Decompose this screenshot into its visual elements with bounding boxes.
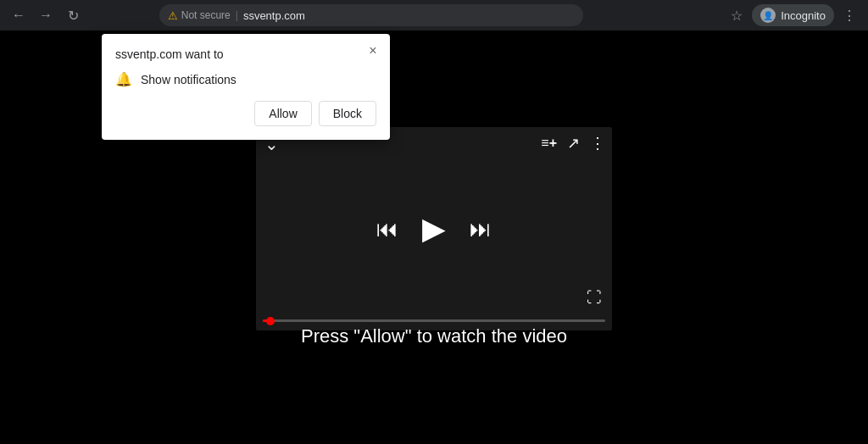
content-wrapper: ⌄ ≡+ ↗ ⋮ ⏮ ▶ ⏭ ⛶ Press "Allow" to watch … — [256, 127, 612, 381]
incognito-icon: 👤 — [760, 8, 776, 23]
popup-title: ssventp.com want to — [115, 47, 376, 61]
popup-close-button[interactable]: × — [363, 41, 383, 61]
security-warning: ⚠ Not secure — [168, 9, 231, 22]
next-track-icon[interactable]: ⏭ — [470, 216, 492, 242]
cta-text: Press "Allow" to watch the video — [301, 325, 567, 347]
progress-bar[interactable] — [263, 319, 605, 322]
browser-actions: ☆ 👤 Incognito ⋮ — [725, 3, 861, 27]
fullscreen-icon[interactable]: ⛶ — [587, 289, 602, 307]
address-bar[interactable]: ⚠ Not secure | ssventp.com — [159, 4, 583, 26]
warning-icon: ⚠ — [168, 9, 178, 22]
incognito-label: Incognito — [781, 9, 826, 22]
previous-track-icon[interactable]: ⏮ — [376, 216, 398, 242]
bookmark-button[interactable]: ☆ — [725, 3, 748, 27]
url-text: ssventp.com — [243, 9, 305, 22]
back-button[interactable]: ← — [7, 3, 31, 27]
url-separator: | — [236, 9, 238, 21]
allow-button[interactable]: Allow — [254, 101, 311, 126]
nav-buttons: ← → ↻ — [7, 3, 85, 27]
main-content: ssventp.com want to × 🔔 Show notificatio… — [0, 31, 868, 444]
play-button[interactable]: ▶ — [422, 211, 446, 247]
incognito-badge: 👤 Incognito — [752, 4, 834, 26]
progress-dot — [266, 317, 275, 325]
popup-buttons: Allow Block — [115, 101, 376, 126]
browser-toolbar: ← → ↻ ⚠ Not secure | ssventp.com ☆ 👤 Inc… — [0, 0, 868, 31]
permission-text: Show notifications — [141, 73, 236, 86]
forward-button[interactable]: → — [34, 3, 58, 27]
popup-permission-row: 🔔 Show notifications — [115, 71, 376, 87]
video-player: ⌄ ≡+ ↗ ⋮ ⏮ ▶ ⏭ ⛶ — [256, 127, 612, 330]
video-top-controls: ≡+ ↗ ⋮ — [534, 127, 612, 159]
share-icon[interactable]: ↗ — [567, 134, 580, 153]
more-options-icon[interactable]: ⋮ — [590, 134, 605, 153]
refresh-button[interactable]: ↻ — [61, 3, 85, 27]
block-button[interactable]: Block — [319, 101, 376, 126]
bell-icon: 🔔 — [115, 71, 132, 87]
video-center-controls: ⏮ ▶ ⏭ — [376, 211, 492, 247]
not-secure-label: Not secure — [181, 9, 231, 21]
queue-icon[interactable]: ≡+ — [541, 136, 557, 151]
chrome-menu-button[interactable]: ⋮ — [837, 3, 861, 27]
notification-popup: ssventp.com want to × 🔔 Show notificatio… — [102, 34, 390, 140]
